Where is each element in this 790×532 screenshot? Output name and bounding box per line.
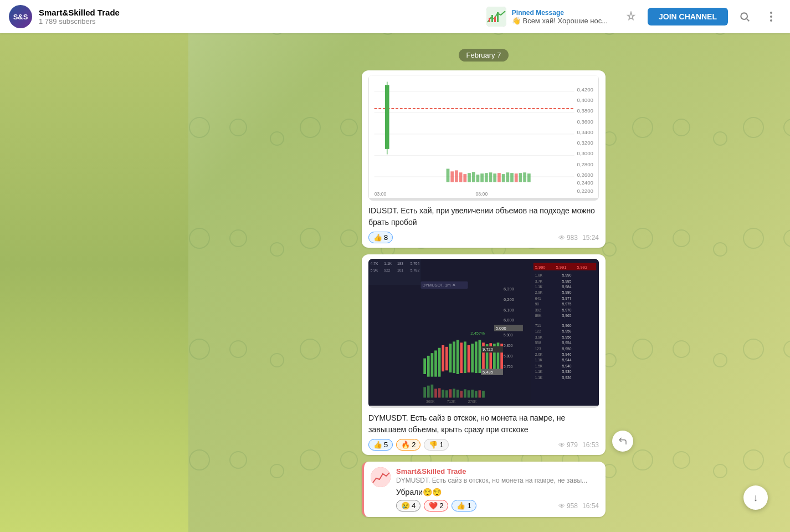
reaction-count: 1 xyxy=(439,441,443,449)
svg-rect-27 xyxy=(385,85,389,149)
svg-text:5,985: 5,985 xyxy=(562,279,572,283)
reaction-thumbsdown-2[interactable]: 👎 1 xyxy=(424,439,448,451)
svg-text:5,984: 5,984 xyxy=(562,285,572,289)
svg-text:6,000: 6,000 xyxy=(504,318,514,323)
svg-text:5,944: 5,944 xyxy=(562,359,572,362)
pin-icon-button[interactable] xyxy=(621,7,641,27)
svg-text:0,2800: 0,2800 xyxy=(577,161,593,167)
svg-text:03:00: 03:00 xyxy=(375,191,387,197)
reaction-count: 4 xyxy=(412,502,415,510)
svg-text:1.1K: 1.1K xyxy=(535,359,543,362)
svg-text:366K: 366K xyxy=(426,400,435,403)
svg-rect-48 xyxy=(523,172,526,182)
svg-rect-113 xyxy=(434,351,437,377)
svg-rect-151 xyxy=(460,391,463,398)
svg-text:5,970: 5,970 xyxy=(562,308,572,312)
svg-rect-30 xyxy=(447,168,450,182)
svg-text:1.1K: 1.1K xyxy=(535,376,543,380)
svg-text:276K: 276K xyxy=(468,400,477,403)
svg-rect-145 xyxy=(438,388,441,398)
svg-rect-116 xyxy=(445,347,448,371)
svg-rect-153 xyxy=(468,391,470,398)
svg-rect-142 xyxy=(427,386,430,398)
svg-rect-38 xyxy=(480,173,484,182)
svg-rect-155 xyxy=(475,391,478,398)
chat-area: February 7 0,4200 0,4000 0,3800 0,3600 0… xyxy=(188,33,790,532)
svg-text:0,3400: 0,3400 xyxy=(577,129,593,135)
msg3-footer: 😢 4 ❤️ 2 👍 1 👁 958 16:54 xyxy=(396,500,599,511)
svg-text:2.9K: 2.9K xyxy=(535,291,543,295)
sidebar xyxy=(0,0,188,532)
reaction-thumbsup-1[interactable]: 👍 8 xyxy=(368,232,393,243)
more-options-button[interactable] xyxy=(761,7,781,27)
svg-text:1.5K: 1.5K xyxy=(535,364,543,368)
svg-text:5,782: 5,782 xyxy=(411,268,420,272)
svg-text:9.720: 9.720 xyxy=(483,347,493,352)
svg-text:0,2200: 0,2200 xyxy=(577,188,593,194)
msg2-reactions: 👍 5 🔥 2 👎 1 xyxy=(368,439,554,451)
svg-rect-43 xyxy=(502,174,505,182)
svg-text:5,930: 5,930 xyxy=(562,370,572,374)
svg-text:5,965: 5,965 xyxy=(562,314,572,318)
date-badge: February 7 xyxy=(459,49,509,62)
svg-rect-34 xyxy=(463,174,466,182)
pinned-thumbnail xyxy=(486,7,506,27)
svg-text:5.000: 5.000 xyxy=(496,326,506,331)
reaction-count: 2 xyxy=(439,502,443,510)
svg-text:392: 392 xyxy=(535,308,541,312)
svg-text:0,2400: 0,2400 xyxy=(577,180,593,186)
svg-text:1.1K: 1.1K xyxy=(535,285,543,289)
svg-rect-31 xyxy=(450,171,454,182)
svg-rect-114 xyxy=(438,348,441,377)
svg-text:5,940: 5,940 xyxy=(562,364,572,368)
svg-rect-147 xyxy=(445,391,448,398)
reaction-sad-3[interactable]: 😢 4 xyxy=(396,500,420,511)
pinned-message[interactable]: Pinned Message 👋 Всем хай! Хорошие нос..… xyxy=(486,7,608,27)
svg-rect-49 xyxy=(527,173,531,182)
msg2-text: DYMUSDT. Есть сайз в отскок, но монета н… xyxy=(368,412,599,436)
scroll-to-bottom-button[interactable]: ↓ xyxy=(743,485,768,510)
svg-text:1.8K: 1.8K xyxy=(535,274,543,278)
svg-text:5,990: 5,990 xyxy=(562,274,572,278)
svg-point-7 xyxy=(770,12,772,14)
svg-text:3.9K: 3.9K xyxy=(535,335,543,339)
svg-text:5,958: 5,958 xyxy=(562,330,572,334)
svg-text:5,990: 5,990 xyxy=(535,265,546,270)
search-button[interactable] xyxy=(735,7,755,27)
svg-text:0,3200: 0,3200 xyxy=(577,140,593,146)
svg-point-8 xyxy=(770,16,772,18)
reaction-heart-3[interactable]: ❤️ 2 xyxy=(424,500,448,511)
msg2-views: 👁 979 xyxy=(558,441,578,449)
svg-text:5,956: 5,956 xyxy=(562,335,572,339)
svg-text:101: 101 xyxy=(397,268,403,272)
svg-text:5,992: 5,992 xyxy=(577,265,587,270)
svg-rect-156 xyxy=(479,391,481,398)
svg-text:0,3000: 0,3000 xyxy=(577,150,593,156)
svg-text:0,4200: 0,4200 xyxy=(577,86,593,93)
forward-button[interactable] xyxy=(612,431,633,452)
message-dymusdt: 4.7K 1.1K 183 5,764 5.9K 922 101 5,782 5… xyxy=(362,254,606,455)
svg-text:5,850: 5,850 xyxy=(504,344,513,347)
chart-image-1: 0,4200 0,4000 0,3800 0,3600 0,3400 0,320… xyxy=(368,75,599,201)
svg-rect-143 xyxy=(431,385,434,398)
svg-rect-32 xyxy=(455,170,458,182)
svg-text:2,457%: 2,457% xyxy=(470,331,485,336)
reaction-thumbsup-2[interactable]: 👍 5 xyxy=(368,439,393,451)
svg-text:641: 641 xyxy=(535,296,541,300)
svg-text:712K: 712K xyxy=(447,400,456,403)
svg-text:122: 122 xyxy=(535,330,541,334)
svg-rect-36 xyxy=(472,172,475,182)
reaction-thumbsup-3[interactable]: 👍 1 xyxy=(452,500,476,511)
svg-rect-41 xyxy=(493,173,496,182)
reaction-fire-2[interactable]: 🔥 2 xyxy=(396,439,420,451)
pinned-text-content: Pinned Message 👋 Всем хай! Хорошие нос..… xyxy=(512,9,608,25)
pinned-label: Pinned Message xyxy=(512,9,608,17)
join-channel-button[interactable]: JOIN CHANNEL xyxy=(648,8,728,25)
svg-rect-111 xyxy=(427,356,430,377)
svg-rect-0 xyxy=(486,7,506,27)
channel-subscribers: 1 789 subscribers xyxy=(39,17,480,25)
svg-rect-47 xyxy=(519,173,522,182)
channel-name: Smart&Skilled Trade xyxy=(39,8,480,17)
svg-rect-123 xyxy=(471,344,474,373)
channel-avatar: S&S xyxy=(9,5,32,28)
